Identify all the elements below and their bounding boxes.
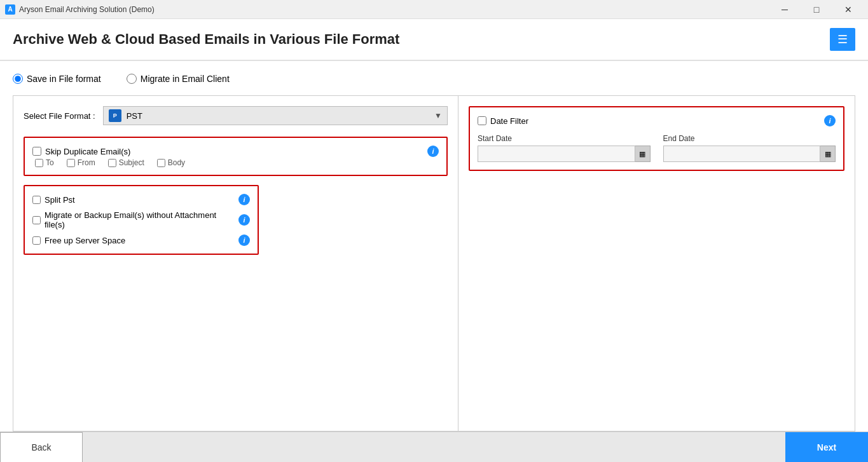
date-fields-row: Start Date ▦ End Date [478,134,836,162]
end-date-input[interactable] [663,146,821,162]
mode-radio-row: Save in File format Migrate in Email Cli… [13,74,855,84]
pst-icon-wrapper: P PST [109,109,142,122]
from-checkbox[interactable] [67,159,75,167]
migrate-radio[interactable] [127,74,137,84]
save-in-file-label: Save in File format [27,74,101,84]
migrate-backup-left: Migrate or Backup Email(s) without Attac… [32,210,238,229]
date-filter-section: Date Filter i Start Date ▦ [469,106,844,171]
titlebar-title: Aryson Email Archiving Solution (Demo) [19,5,155,14]
date-filter-header: Date Filter i [478,115,836,126]
app-header: Archive Web & Cloud Based Emails in Vari… [0,19,868,61]
skip-duplicate-label: Skip Duplicate Email(s) [45,147,130,156]
subject-checkbox-item[interactable]: Subject [108,158,144,167]
free-up-info-icon[interactable]: i [238,234,250,246]
file-format-value: PST [127,111,142,121]
migrate-backup-label: Migrate or Backup Email(s) without Attac… [45,210,238,229]
migrate-backup-checkbox[interactable] [32,216,41,224]
date-filter-label: Date Filter [490,116,528,126]
split-pst-row: Split Pst i [32,194,250,205]
split-pst-checkbox[interactable] [32,196,41,204]
next-button[interactable]: Next [785,432,868,463]
subject-label: Subject [119,158,144,167]
duplicate-sub-options: To From Subject Body [32,158,439,167]
start-date-group: Start Date ▦ [478,134,651,162]
migrate-backup-info-icon[interactable]: i [238,214,250,226]
free-up-left: Free up Server Space [32,236,125,245]
back-button[interactable]: Back [0,432,83,463]
app-title: Archive Web & Cloud Based Emails in Vari… [13,31,399,48]
file-format-select-display[interactable]: P PST ▼ [103,106,448,125]
subject-checkbox[interactable] [108,159,116,167]
free-up-checkbox[interactable] [32,236,41,245]
footer: Back Next [0,431,868,462]
next-label: Next [817,442,836,452]
start-date-input[interactable] [478,146,635,162]
left-panel: Select File Format : P PST ▼ Skip Duplic… [13,96,458,431]
body-checkbox[interactable] [157,159,165,167]
dropdown-arrow-icon: ▼ [434,111,442,120]
date-filter-info-icon[interactable]: i [824,115,836,126]
free-up-row: Free up Server Space i [32,234,250,246]
date-filter-checkbox[interactable] [478,116,486,125]
restore-button[interactable]: □ [802,0,831,19]
skip-duplicate-info-icon[interactable]: i [427,146,439,157]
migrate-backup-row: Migrate or Backup Email(s) without Attac… [32,210,250,229]
skip-duplicate-section: Skip Duplicate Email(s) i To From [24,137,448,176]
start-date-picker-button[interactable]: ▦ [635,146,651,162]
save-in-file-radio[interactable] [13,74,23,84]
end-date-picker-button[interactable]: ▦ [820,146,836,162]
back-label: Back [31,442,51,452]
menu-button[interactable]: ☰ [830,28,855,51]
body-checkbox-item[interactable]: Body [157,158,185,167]
skip-duplicate-checkbox[interactable] [32,147,41,156]
main-panels: Select File Format : P PST ▼ Skip Duplic… [13,95,855,431]
pst-icon-box: P [109,109,121,122]
to-label: To [46,158,54,167]
skip-duplicate-header: Skip Duplicate Email(s) i [32,146,439,157]
close-button[interactable]: ✕ [834,0,863,19]
migrate-option[interactable]: Migrate in Email Client [127,74,230,84]
to-checkbox-item[interactable]: To [35,158,54,167]
file-format-row: Select File Format : P PST ▼ [24,106,448,125]
menu-icon: ☰ [837,34,848,45]
start-date-label: Start Date [478,134,651,143]
options-section: Split Pst i Migrate or Backup Email(s) w… [24,185,259,255]
calendar-icon: ▦ [639,150,645,158]
content-area: Save in File format Migrate in Email Cli… [0,61,868,431]
end-date-group: End Date ▦ [663,134,836,162]
end-date-input-row: ▦ [663,146,836,162]
body-label: Body [168,158,185,167]
free-up-label: Free up Server Space [45,236,125,245]
from-checkbox-item[interactable]: From [67,158,95,167]
app-icon: A [5,4,15,15]
start-date-input-row: ▦ [478,146,651,162]
skip-duplicate-label-row[interactable]: Skip Duplicate Email(s) [32,147,130,156]
titlebar: A Aryson Email Archiving Solution (Demo)… [0,0,868,19]
file-format-label: Select File Format : [24,111,95,121]
split-pst-left: Split Pst [32,195,75,205]
migrate-label: Migrate in Email Client [141,74,230,84]
to-checkbox[interactable] [35,159,43,167]
minimize-button[interactable]: ─ [770,0,799,19]
end-date-label: End Date [663,134,836,143]
calendar-icon-end: ▦ [825,150,831,158]
split-pst-label: Split Pst [45,195,75,205]
window-controls: ─ □ ✕ [770,0,863,19]
date-filter-checkbox-row[interactable]: Date Filter [478,116,528,126]
save-in-file-option[interactable]: Save in File format [13,74,101,84]
split-pst-info-icon[interactable]: i [238,194,250,205]
right-panel: Date Filter i Start Date ▦ [458,96,855,431]
from-label: From [78,158,95,167]
